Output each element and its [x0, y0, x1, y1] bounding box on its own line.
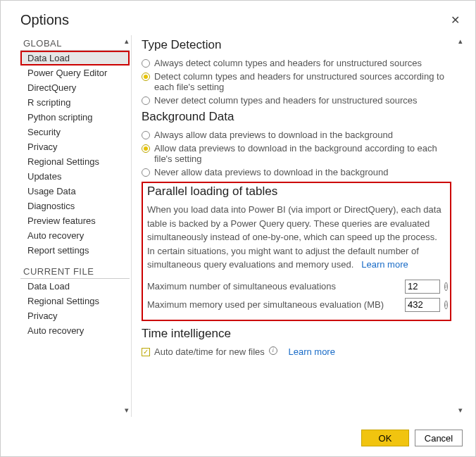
max-memory-input[interactable]	[405, 298, 440, 312]
radio-icon	[142, 73, 150, 81]
chevron-up-icon[interactable]: ▴	[122, 37, 132, 46]
sidebar-item-auto-recovery-file[interactable]: Auto recovery	[20, 323, 130, 338]
parallel-learn-more-link[interactable]: Learn more	[361, 259, 408, 270]
radio-type-detect-always[interactable]: Always detect column types and headers f…	[142, 56, 451, 70]
radio-icon	[142, 144, 150, 153]
cancel-button[interactable]: Cancel	[415, 430, 463, 446]
parallel-description: When you load data into Power BI (via im…	[147, 203, 446, 272]
radio-bg-never[interactable]: Never allow data previews to download in…	[142, 165, 451, 179]
sidebar-header-current-file: CURRENT FILE	[20, 263, 130, 279]
time-intel-learn-more-link[interactable]: Learn more	[288, 346, 334, 357]
sidebar-item-diagnostics[interactable]: Diagnostics	[20, 199, 130, 213]
radio-label: Always allow data previews to download i…	[154, 130, 451, 140]
checkbox-icon: ✓	[142, 348, 150, 356]
sidebar-item-data-load-global[interactable]: Data Load	[20, 51, 130, 65]
dialog-footer: OK Cancel	[1, 422, 475, 456]
radio-label: Never allow data previews to download in…	[154, 167, 451, 177]
max-evals-input[interactable]	[405, 280, 440, 294]
sidebar-item-privacy-global[interactable]: Privacy	[20, 139, 130, 154]
section-title-time-intelligence: Time intelligence	[142, 327, 451, 341]
section-title-type-detection: Type Detection	[142, 38, 451, 52]
info-icon[interactable]: i	[444, 301, 448, 309]
close-icon[interactable]: ✕	[448, 12, 463, 29]
sidebar-scrollbar[interactable]: ▴ ▾	[122, 35, 133, 417]
checkbox-auto-date-time[interactable]: ✓ Auto date/time for new files i Learn m…	[142, 345, 451, 358]
chevron-down-icon[interactable]: ▾	[122, 406, 132, 415]
info-icon[interactable]: i	[444, 282, 448, 291]
sidebar-header-global: GLOBAL	[20, 35, 130, 51]
radio-bg-always[interactable]: Always allow data previews to download i…	[142, 128, 451, 142]
radio-label: Never detect column types and headers fo…	[154, 95, 451, 106]
sidebar-item-python-scripting[interactable]: Python scripting	[20, 110, 130, 125]
sidebar-item-security[interactable]: Security	[20, 125, 130, 139]
radio-icon	[142, 59, 150, 68]
radio-type-detect-never[interactable]: Never detect column types and headers fo…	[142, 94, 451, 107]
sidebar-nav: GLOBAL Data Load Power Query Editor Dire…	[20, 35, 132, 417]
ok-button[interactable]: OK	[361, 430, 409, 446]
radio-bg-per-file[interactable]: Allow data previews to download in the b…	[142, 142, 451, 165]
section-title-parallel: Parallel loading of tables	[147, 184, 446, 199]
main-scrollbar[interactable]: ▴ ▾	[456, 35, 467, 417]
radio-type-detect-per-file[interactable]: Detect column types and headers for unst…	[142, 70, 451, 94]
chevron-down-icon[interactable]: ▾	[456, 406, 465, 415]
sidebar-item-preview-features[interactable]: Preview features	[20, 213, 130, 228]
sidebar-item-power-query-editor[interactable]: Power Query Editor	[20, 65, 130, 80]
radio-icon	[142, 168, 150, 177]
section-title-background-data: Background Data	[142, 110, 451, 124]
info-icon[interactable]: i	[269, 346, 277, 355]
radio-label: Allow data previews to download in the b…	[154, 143, 451, 164]
checkbox-label: Auto date/time for new files	[154, 346, 265, 357]
input-label: Maximum number of simultaneous evaluatio…	[147, 281, 401, 292]
sidebar-item-privacy-file[interactable]: Privacy	[20, 308, 130, 323]
sidebar-item-r-scripting[interactable]: R scripting	[20, 95, 130, 110]
radio-label: Detect column types and headers for unst…	[154, 71, 451, 92]
radio-icon	[142, 131, 150, 139]
sidebar-item-regional-settings-file[interactable]: Regional Settings	[20, 294, 130, 308]
chevron-up-icon[interactable]: ▴	[456, 37, 465, 46]
parallel-loading-section: Parallel loading of tables When you load…	[142, 182, 451, 321]
sidebar-item-data-load-file[interactable]: Data Load	[20, 279, 130, 294]
row-max-simultaneous-evals: Maximum number of simultaneous evaluatio…	[147, 277, 446, 296]
row-max-memory: Maximum memory used per simultaneous eva…	[147, 296, 446, 314]
sidebar-item-directquery[interactable]: DirectQuery	[20, 80, 130, 95]
sidebar-item-regional-settings-global[interactable]: Regional Settings	[20, 154, 130, 169]
radio-icon	[142, 96, 150, 105]
sidebar-item-auto-recovery-global[interactable]: Auto recovery	[20, 228, 130, 243]
sidebar-item-report-settings[interactable]: Report settings	[20, 243, 130, 258]
main-content: Type Detection Always detect column type…	[140, 35, 456, 417]
sidebar-item-usage-data[interactable]: Usage Data	[20, 184, 130, 199]
radio-label: Always detect column types and headers f…	[154, 58, 451, 68]
sidebar-item-updates[interactable]: Updates	[20, 169, 130, 184]
dialog-title: Options	[20, 5, 69, 35]
input-label: Maximum memory used per simultaneous eva…	[147, 299, 401, 310]
